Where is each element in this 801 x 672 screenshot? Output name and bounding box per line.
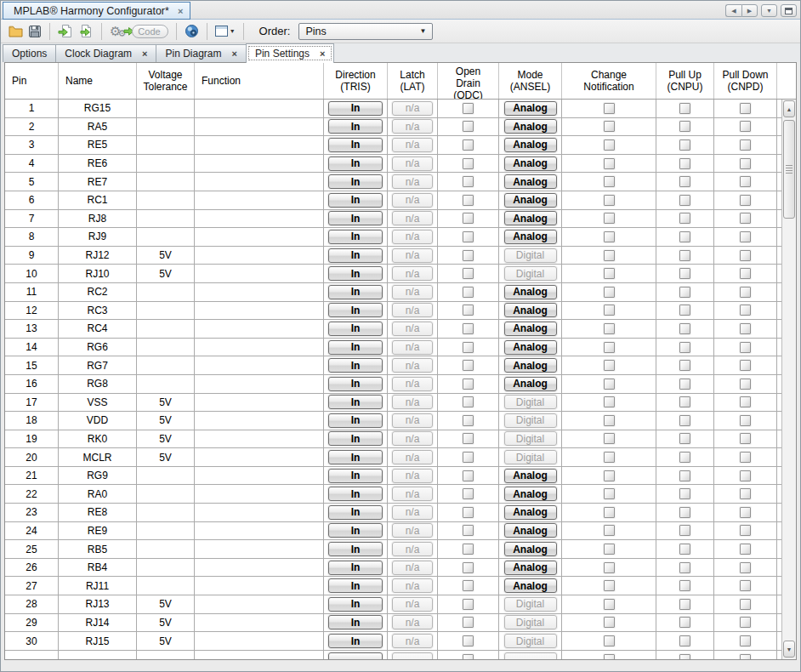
change-notification-checkbox[interactable]	[604, 360, 615, 371]
mode-button[interactable]: Analog	[504, 578, 557, 593]
open-drain-checkbox[interactable]	[463, 268, 474, 279]
tab-clock-diagram[interactable]: Clock Diagram×	[55, 44, 156, 62]
pull-down-checkbox[interactable]	[740, 103, 751, 114]
direction-button[interactable]: In	[328, 193, 383, 208]
tab-close-icon[interactable]: ×	[232, 48, 237, 59]
pull-up-checkbox[interactable]	[679, 544, 690, 555]
pull-down-checkbox[interactable]	[740, 231, 751, 242]
pull-up-checkbox[interactable]	[679, 121, 690, 132]
mode-button[interactable]: Analog	[504, 322, 557, 336]
change-notification-checkbox[interactable]	[604, 342, 615, 353]
export-pin-settings-button[interactable]	[76, 23, 96, 39]
pull-down-checkbox[interactable]	[740, 379, 751, 390]
pull-down-checkbox[interactable]	[740, 121, 751, 132]
open-drain-checkbox[interactable]	[463, 617, 474, 628]
open-drain-checkbox[interactable]	[463, 140, 474, 151]
change-notification-checkbox[interactable]	[604, 470, 615, 481]
pull-down-checkbox[interactable]	[740, 580, 751, 591]
pull-up-checkbox[interactable]	[679, 287, 690, 298]
open-drain-checkbox[interactable]	[463, 176, 474, 187]
open-drain-checkbox[interactable]	[463, 195, 474, 206]
pull-up-checkbox[interactable]	[679, 140, 690, 151]
direction-button[interactable]: In	[328, 285, 383, 299]
pull-up-checkbox[interactable]	[679, 599, 690, 610]
mode-button[interactable]: Analog	[504, 377, 557, 391]
pull-up-checkbox[interactable]	[679, 635, 690, 646]
pull-up-checkbox[interactable]	[679, 250, 690, 261]
direction-button[interactable]: In	[328, 211, 383, 225]
document-tab-harmony-configurator[interactable]: MPLAB® Harmony Configurator* ×	[3, 2, 190, 20]
change-notification-checkbox[interactable]	[604, 250, 615, 261]
open-drain-checkbox[interactable]	[463, 415, 474, 426]
direction-button[interactable]: In	[328, 101, 383, 116]
mode-button[interactable]: Analog	[504, 487, 557, 501]
change-notification-checkbox[interactable]	[604, 213, 615, 224]
change-notification-checkbox[interactable]	[604, 231, 615, 242]
change-notification-checkbox[interactable]	[604, 121, 615, 132]
open-drain-checkbox[interactable]	[463, 599, 474, 610]
mode-button[interactable]: Analog	[504, 138, 557, 152]
change-notification-checkbox[interactable]	[604, 379, 615, 390]
mode-button[interactable]: Analog	[504, 285, 557, 299]
pull-down-checkbox[interactable]	[740, 268, 751, 279]
mode-button[interactable]: Analog	[504, 303, 557, 317]
open-drain-checkbox[interactable]	[463, 580, 474, 591]
direction-button[interactable]: In	[328, 431, 383, 446]
column-header-odc[interactable]: Open Drain (ODC)	[438, 63, 499, 99]
scroll-up-button[interactable]: ▲	[783, 100, 795, 117]
pull-down-checkbox[interactable]	[740, 562, 751, 573]
maximize-window-button[interactable]	[781, 4, 797, 17]
pull-down-checkbox[interactable]	[740, 433, 751, 444]
pull-up-checkbox[interactable]	[679, 268, 690, 279]
pull-up-checkbox[interactable]	[679, 562, 690, 573]
direction-button[interactable]: In	[328, 266, 383, 281]
direction-button[interactable]: In	[328, 119, 383, 134]
open-drain-checkbox[interactable]	[463, 231, 474, 242]
open-drain-checkbox[interactable]	[463, 507, 474, 518]
change-notification-checkbox[interactable]	[604, 654, 615, 659]
direction-button[interactable]: In	[328, 174, 383, 189]
change-notification-checkbox[interactable]	[604, 507, 615, 518]
change-notification-checkbox[interactable]	[604, 158, 615, 169]
mode-button[interactable]: Analog	[504, 119, 557, 134]
pull-down-checkbox[interactable]	[740, 342, 751, 353]
change-notification-checkbox[interactable]	[604, 140, 615, 151]
direction-button[interactable]: In	[328, 413, 383, 428]
pull-down-checkbox[interactable]	[740, 470, 751, 481]
open-drain-checkbox[interactable]	[463, 525, 474, 536]
direction-button[interactable]: In	[328, 322, 383, 336]
pull-down-checkbox[interactable]	[740, 140, 751, 151]
open-drain-checkbox[interactable]	[463, 342, 474, 353]
direction-button[interactable]: In	[328, 597, 383, 612]
change-notification-checkbox[interactable]	[604, 433, 615, 444]
direction-button[interactable]: In	[328, 469, 383, 483]
window-layout-button[interactable]: ▼	[213, 25, 238, 37]
column-header-mode[interactable]: Mode (ANSEL)	[499, 63, 562, 99]
mode-button[interactable]: Analog	[504, 174, 557, 189]
open-drain-checkbox[interactable]	[463, 103, 474, 114]
change-notification-checkbox[interactable]	[604, 415, 615, 426]
open-drain-checkbox[interactable]	[463, 121, 474, 132]
open-drain-checkbox[interactable]	[463, 213, 474, 224]
mode-button[interactable]: Analog	[504, 469, 557, 483]
pull-down-checkbox[interactable]	[740, 360, 751, 371]
direction-button[interactable]: In	[328, 505, 383, 520]
direction-button[interactable]: In	[328, 634, 383, 648]
open-drain-checkbox[interactable]	[463, 305, 474, 316]
pull-down-checkbox[interactable]	[740, 213, 751, 224]
change-notification-checkbox[interactable]	[604, 287, 615, 298]
column-header-dir[interactable]: Direction (TRIS)	[324, 63, 388, 99]
open-drain-checkbox[interactable]	[463, 654, 474, 659]
direction-button[interactable]: In	[328, 248, 383, 263]
tab-list-menu-button[interactable]: ▼	[761, 4, 777, 17]
direction-button[interactable]: In	[328, 615, 383, 629]
pull-down-checkbox[interactable]	[740, 323, 751, 334]
open-drain-checkbox[interactable]	[463, 544, 474, 555]
column-header-pin[interactable]: Pin	[5, 63, 59, 99]
pull-down-checkbox[interactable]	[740, 452, 751, 463]
direction-button[interactable]: In	[328, 561, 383, 575]
pull-down-checkbox[interactable]	[740, 287, 751, 298]
mode-button[interactable]: Analog	[504, 230, 557, 244]
pull-down-checkbox[interactable]	[740, 617, 751, 628]
pull-down-checkbox[interactable]	[740, 544, 751, 555]
